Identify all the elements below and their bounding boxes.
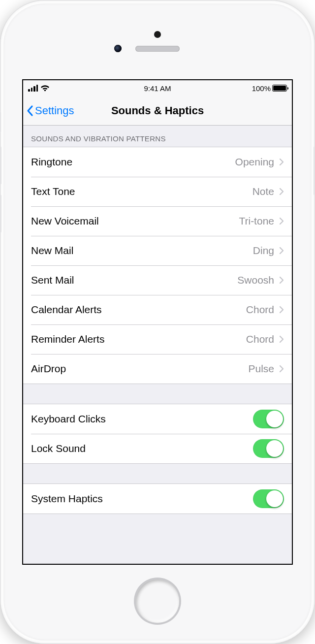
toggles-group-a: Keyboard ClicksLock Sound (23, 404, 292, 464)
row-label: Keyboard Clicks (31, 413, 253, 425)
chevron-right-icon (279, 276, 284, 284)
chevron-left-icon (26, 105, 34, 117)
row-value: Opening (235, 156, 274, 168)
row-reminder-alerts[interactable]: Reminder AlertsChord (23, 324, 292, 354)
sensor-dot (154, 31, 161, 38)
row-label: Sent Mail (31, 274, 237, 286)
back-label: Settings (35, 104, 74, 117)
battery-icon (272, 85, 287, 92)
row-sent-mail[interactable]: Sent MailSwoosh (23, 265, 292, 295)
section-gap (23, 384, 292, 404)
chevron-right-icon (279, 188, 284, 195)
chevron-right-icon (279, 247, 284, 255)
iphone-device-frame: 9:41 AM 100% Settings Sounds & Haptics S… (0, 0, 315, 644)
front-camera (114, 45, 122, 52)
wifi-icon (40, 85, 50, 92)
chevron-right-icon (279, 158, 284, 166)
row-value: Tri-tone (239, 215, 274, 227)
volume-down-button (0, 194, 1, 233)
chevron-right-icon (279, 335, 284, 343)
toggle-lock-sound[interactable] (253, 439, 284, 458)
row-value: Chord (246, 304, 274, 316)
section-gap (23, 464, 292, 483)
row-label: System Haptics (31, 493, 253, 505)
row-system-haptics: System Haptics (23, 484, 292, 514)
row-ringtone[interactable]: RingtoneOpening (23, 147, 292, 177)
row-label: AirDrop (31, 363, 248, 375)
chevron-right-icon (279, 217, 284, 225)
row-label: Reminder Alerts (31, 333, 246, 345)
cellular-signal-icon (28, 85, 38, 92)
section-header-sounds: SOUNDS AND VIBRATION PATTERNS (23, 126, 292, 147)
toggle-keyboard-clicks[interactable] (253, 410, 284, 428)
row-label: Ringtone (31, 156, 235, 168)
toggles-group-b: System Haptics (23, 483, 292, 514)
row-new-mail[interactable]: New MailDing (23, 236, 292, 265)
battery-indicator: 100% (252, 84, 287, 93)
navigation-bar: Settings Sounds & Haptics (23, 96, 292, 126)
back-button[interactable]: Settings (23, 104, 74, 117)
row-value: Chord (246, 333, 274, 345)
row-airdrop[interactable]: AirDropPulse (23, 354, 292, 384)
chevron-right-icon (279, 365, 284, 373)
row-new-voicemail[interactable]: New VoicemailTri-tone (23, 206, 292, 236)
row-text-tone[interactable]: Text ToneNote (23, 177, 292, 206)
row-value: Swoosh (237, 274, 274, 286)
earpiece (135, 46, 180, 52)
screen: 9:41 AM 100% Settings Sounds & Haptics S… (22, 79, 293, 565)
mute-switch (0, 111, 1, 133)
status-bar: 9:41 AM 100% (23, 80, 292, 96)
row-lock-sound: Lock Sound (23, 434, 292, 463)
row-keyboard-clicks: Keyboard Clicks (23, 404, 292, 434)
volume-up-button (0, 146, 1, 185)
row-value: Note (252, 186, 274, 197)
chevron-right-icon (279, 306, 284, 314)
row-label: Lock Sound (31, 443, 253, 454)
battery-percent: 100% (252, 84, 271, 93)
row-label: New Mail (31, 245, 253, 257)
row-label: Text Tone (31, 186, 252, 197)
sounds-group: RingtoneOpeningText ToneNoteNew Voicemai… (23, 147, 292, 384)
row-label: New Voicemail (31, 215, 239, 227)
row-label: Calendar Alerts (31, 304, 246, 316)
toggle-system-haptics[interactable] (253, 489, 284, 508)
row-value: Ding (253, 245, 274, 257)
row-calendar-alerts[interactable]: Calendar AlertsChord (23, 295, 292, 324)
row-value: Pulse (248, 363, 274, 375)
home-button[interactable] (136, 580, 179, 623)
